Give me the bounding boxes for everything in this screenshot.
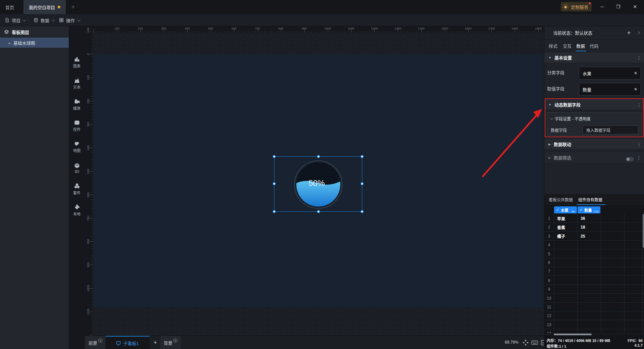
table-row[interactable]: 7: [544, 267, 644, 276]
table-cell[interactable]: [601, 232, 625, 241]
restore-button[interactable]: ❐: [612, 1, 624, 12]
tab-style[interactable]: 样式: [549, 40, 557, 52]
table-cell[interactable]: [625, 285, 643, 294]
add-foreground-icon[interactable]: +: [98, 339, 102, 343]
section-data-filter[interactable]: ▶ 数据筛选 ⋮: [544, 152, 644, 163]
table-cell[interactable]: [625, 320, 643, 329]
canvas-area[interactable]: 1002003004005006007008009001000110012001…: [85, 26, 544, 336]
table-cell[interactable]: [601, 241, 625, 249]
table-row[interactable]: 3橘子25: [544, 232, 644, 241]
kebab-menu-icon[interactable]: ⋮: [637, 142, 641, 147]
row-number-cell[interactable]: 12: [544, 311, 554, 320]
section-data-linkage[interactable]: ▶ 数据联动 ⋮: [544, 139, 644, 150]
table-cell[interactable]: [601, 214, 625, 223]
row-number-cell[interactable]: 4: [544, 241, 554, 249]
table-cell[interactable]: [625, 311, 643, 320]
custom-service-badge[interactable]: ◆ 定制服务: [561, 2, 592, 11]
toolbar-item-charts[interactable]: 图表: [69, 54, 85, 71]
table-cell[interactable]: [625, 250, 643, 258]
table-cell[interactable]: [578, 258, 601, 267]
table-row[interactable]: 11: [544, 303, 644, 311]
table-cell[interactable]: [625, 303, 643, 311]
subboard-tab[interactable]: 子看板1: [105, 336, 150, 349]
table-cell[interactable]: [554, 276, 578, 285]
table-cell[interactable]: [625, 214, 643, 223]
table-cell[interactable]: 18: [578, 223, 601, 232]
table-vertical-scrollbar[interactable]: [643, 214, 644, 248]
table-cell[interactable]: [554, 294, 578, 303]
row-number-cell[interactable]: 13: [544, 320, 554, 329]
resize-handle-e[interactable]: [361, 182, 364, 185]
data-filter-toggle[interactable]: [626, 157, 634, 161]
row-number-cell[interactable]: 11: [544, 303, 554, 311]
row-number-cell[interactable]: 1: [544, 214, 554, 223]
resize-handle-ne[interactable]: [361, 155, 364, 158]
row-number-cell[interactable]: 5: [544, 250, 554, 258]
table-cell[interactable]: [601, 285, 625, 294]
table-cell[interactable]: [625, 294, 643, 303]
table-cell[interactable]: [578, 241, 601, 249]
row-number-cell[interactable]: 7: [544, 267, 554, 276]
table-cell[interactable]: [554, 241, 578, 249]
toolbar-item-media[interactable]: 媒体: [69, 96, 85, 113]
table-horizontal-scrollbar[interactable]: [544, 333, 644, 336]
table-cell[interactable]: 苹果: [554, 214, 578, 223]
table-cell[interactable]: [601, 267, 625, 276]
table-row[interactable]: 9: [544, 285, 644, 294]
table-row[interactable]: 13: [544, 320, 644, 329]
table-cell[interactable]: [601, 294, 625, 303]
column-chip-quantity[interactable]: ✓ 数量 123: [578, 206, 600, 213]
clear-icon[interactable]: ✕: [634, 71, 637, 76]
table-cell[interactable]: [554, 258, 578, 267]
row-number-cell[interactable]: 9: [544, 285, 554, 294]
fit-screen-icon[interactable]: [522, 339, 529, 346]
tab-code[interactable]: 代码: [590, 40, 598, 52]
table-row[interactable]: 4: [544, 241, 644, 249]
table-cell[interactable]: [578, 294, 601, 303]
table-row[interactable]: 8: [544, 276, 644, 285]
table-cell[interactable]: [625, 267, 643, 276]
table-cell[interactable]: [601, 223, 625, 232]
toolbar-item-3d[interactable]: 3D: [69, 159, 85, 177]
resize-handle-n[interactable]: [317, 155, 320, 158]
table-row[interactable]: 6: [544, 258, 644, 267]
table-cell[interactable]: 橘子: [554, 232, 578, 241]
kebab-menu-icon[interactable]: ⋮: [637, 55, 641, 60]
column-chip-fruit[interactable]: ✓ 水果 Str: [554, 206, 577, 213]
new-tab-button[interactable]: +: [69, 3, 77, 11]
table-cell[interactable]: [554, 267, 578, 276]
table-cell[interactable]: [578, 276, 601, 285]
zoom-level[interactable]: 69.79%: [505, 340, 519, 345]
table-row[interactable]: 5: [544, 250, 644, 258]
table-cell[interactable]: [578, 250, 601, 258]
row-number-cell[interactable]: 3: [544, 232, 554, 241]
table-row[interactable]: 12: [544, 311, 644, 320]
table-cell[interactable]: [625, 223, 643, 232]
row-number-cell[interactable]: 6: [544, 258, 554, 267]
table-cell[interactable]: [625, 258, 643, 267]
table-cell[interactable]: [601, 276, 625, 285]
close-button[interactable]: ✕: [629, 1, 641, 12]
tab-data[interactable]: 数据: [576, 40, 585, 52]
table-row[interactable]: 2香蕉18: [544, 223, 644, 232]
tab-interact[interactable]: 交互: [563, 40, 572, 52]
table-row[interactable]: 10: [544, 294, 644, 303]
section-basic-settings[interactable]: ▼ 基本设置 ⋮: [544, 52, 644, 63]
foreground-button[interactable]: 前景 +: [85, 336, 106, 349]
table-cell[interactable]: [578, 320, 601, 329]
table-cell[interactable]: [554, 285, 578, 294]
menu-project[interactable]: 项目: [1, 14, 29, 26]
clear-icon[interactable]: ✕: [634, 87, 637, 92]
tab-component-own-data[interactable]: 组件自有数据: [578, 194, 602, 205]
background-button[interactable]: 背景 +: [160, 336, 181, 349]
row-number-cell[interactable]: 10: [544, 294, 554, 303]
table-cell[interactable]: [554, 311, 578, 320]
table-cell[interactable]: [578, 311, 601, 320]
add-background-icon[interactable]: +: [173, 339, 177, 343]
table-cell[interactable]: [625, 232, 643, 241]
field-settings-header[interactable]: 字段设置 - 不透明度: [550, 116, 591, 121]
table-cell[interactable]: 香蕉: [554, 223, 578, 232]
table-cell[interactable]: [601, 303, 625, 311]
add-state-button[interactable]: +: [625, 29, 633, 37]
row-number-cell[interactable]: 2: [544, 223, 554, 232]
